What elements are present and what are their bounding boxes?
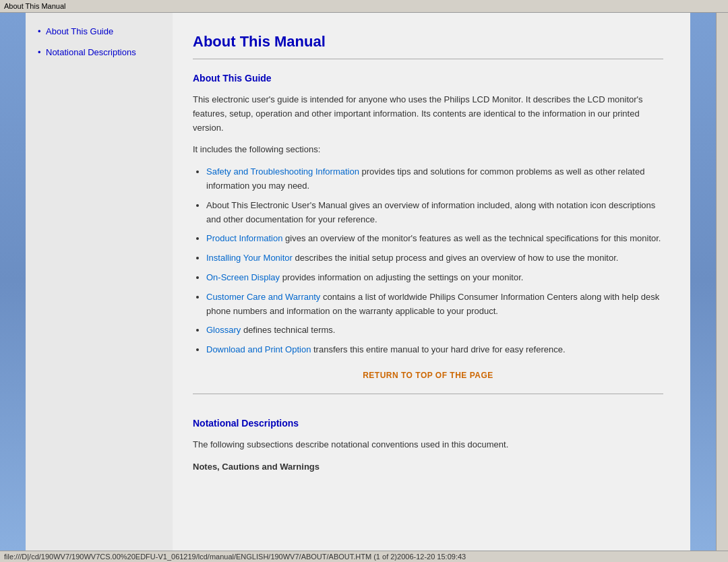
- return-to-top-link[interactable]: RETURN TO TOP OF THE PAGE: [363, 371, 493, 380]
- bullet-rest-1: About This Electronic User's Manual give…: [206, 200, 655, 224]
- status-bar-text: file:///D|/cd/190WV7/190WV7CS.00%20EDFU-…: [4, 553, 466, 561]
- list-item: Download and Print Option transfers this…: [206, 343, 663, 357]
- list-item: Glossary defines technical terms.: [206, 323, 663, 338]
- right-scrollbar[interactable]: [716, 13, 728, 551]
- title-bar: About This Manual: [0, 0, 728, 13]
- download-link[interactable]: Download and Print Option: [206, 344, 311, 354]
- about-guide-title: About This Guide: [193, 73, 663, 84]
- list-item: On-Screen Display provides information o…: [206, 271, 663, 285]
- list-item: Customer Care and Warranty contains a li…: [206, 290, 663, 319]
- list-item: Installing Your Monitor describes the in…: [206, 251, 663, 266]
- title-bar-text: About This Manual: [4, 2, 66, 10]
- list-item: About This Electronic User's Manual give…: [206, 199, 663, 227]
- content-area: About This Manual About This Guide This …: [173, 13, 690, 551]
- installing-link[interactable]: Installing Your Monitor: [206, 253, 293, 263]
- osd-link[interactable]: On-Screen Display: [206, 272, 280, 282]
- list-item: Product Information gives an overview of…: [206, 232, 663, 246]
- sidebar: About This Guide Notational Descriptions: [26, 13, 173, 551]
- right-accent-bar: [690, 13, 716, 551]
- sidebar-nav: About This Guide Notational Descriptions: [39, 26, 166, 57]
- warranty-link[interactable]: Customer Care and Warranty: [206, 292, 320, 302]
- bullet-rest-4: provides information on adjusting the se…: [280, 272, 523, 282]
- notational-para-1: The following subsections describe notat…: [193, 438, 663, 452]
- bullet-rest-6: defines technical terms.: [241, 325, 335, 335]
- left-accent-bar: [0, 13, 26, 551]
- list-item: Safety and Troubleshooting Information p…: [206, 165, 663, 193]
- product-info-link[interactable]: Product Information: [206, 233, 282, 243]
- top-divider: [193, 59, 663, 59]
- notes-cautions-warnings: Notes, Cautions and Warnings: [193, 460, 663, 474]
- bullet-rest-3: describes the initial setup process and …: [293, 253, 618, 263]
- bullet-rest-7: transfers this entire manual to your har…: [311, 344, 565, 354]
- glossary-link[interactable]: Glossary: [206, 325, 241, 335]
- safety-link[interactable]: Safety and Troubleshooting Information: [206, 166, 359, 177]
- about-guide-para-1: This electronic user's guide is intended…: [193, 93, 663, 135]
- page-title: About This Manual: [193, 33, 663, 51]
- sidebar-item-about-guide[interactable]: About This Guide: [39, 26, 166, 36]
- return-to-top: RETURN TO TOP OF THE PAGE: [193, 371, 663, 380]
- bullet-rest-2: gives an overview of the monitor's featu…: [282, 233, 661, 243]
- notational-title: Notational Descriptions: [193, 418, 663, 429]
- about-guide-bullet-list: Safety and Troubleshooting Information p…: [206, 165, 663, 357]
- notational-section: Notational Descriptions The following su…: [193, 418, 663, 474]
- about-guide-para-2: It includes the following sections:: [193, 143, 663, 157]
- status-bar: file:///D|/cd/190WV7/190WV7CS.00%20EDFU-…: [0, 551, 728, 562]
- mid-divider: [193, 394, 663, 394]
- sidebar-item-notational[interactable]: Notational Descriptions: [39, 47, 166, 57]
- about-guide-section: About This Guide This electronic user's …: [193, 73, 663, 380]
